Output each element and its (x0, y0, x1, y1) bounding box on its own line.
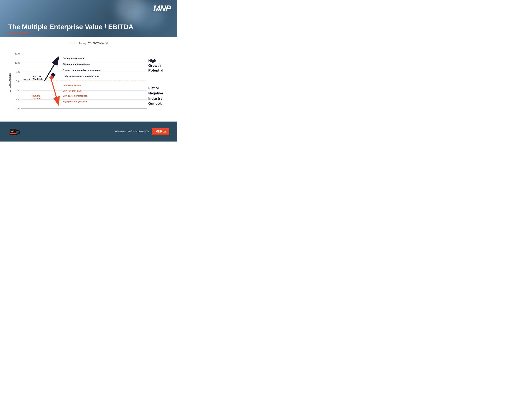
header: MNP The Multiple Enterprise Value / EBIT… (0, 0, 177, 37)
footer-mug-icon: MNP (8, 125, 21, 138)
footer-tagline-text: Wherever business takes you (115, 130, 149, 133)
y-tick-6: 6.0x (16, 80, 20, 82)
page-title: The Multiple Enterprise Value / EBITDA (8, 23, 133, 31)
chart-legend: Average EV / EBITDA Multiple (8, 42, 169, 45)
factors-help-label2: That Help (33, 78, 43, 80)
help-factor-4: Hight asset values = tangible value (63, 75, 99, 77)
legend-label: Average EV / EBITDA Multiple (79, 42, 109, 45)
y-tick-0: 0.0x (16, 108, 20, 110)
factors-hurt-label1: Factors (32, 94, 40, 97)
factors-hurt-label2: That Hurt (31, 97, 42, 100)
right-label-low3: Industry (148, 96, 162, 100)
legend-dash-icon (68, 43, 77, 43)
footer-logo-area: MNP (8, 125, 21, 138)
help-factor-2: Strong brand & reputation (63, 63, 90, 65)
hurt-factor-3: Low customer retention (63, 95, 87, 97)
y-tick-2: 2.0x (16, 98, 20, 101)
main-content: Average EV / EBITDA Multiple EV / EBITDA… (0, 37, 177, 118)
y-tick-4: 4.0x (16, 89, 20, 92)
chart-wrapper: EV / EBITDA Multiples 0.0x 2.0x 4.0x 6. (8, 47, 169, 115)
svg-rect-12 (10, 133, 17, 134)
chart-svg: EV / EBITDA Multiples 0.0x 2.0x 4.0x 6. (8, 47, 169, 115)
mnp-logo: MNP (153, 4, 171, 13)
footer: MNP Wherever business takes you MNP.ca (0, 121, 177, 141)
y-axis-label: EV / EBITDA Multiples (9, 73, 11, 92)
right-label-high2: Growth (148, 64, 161, 67)
y-tick-8: 8.0x (16, 71, 20, 73)
footer-url: MNP.ca (152, 128, 169, 135)
y-tick-10: 10.0x (15, 62, 20, 64)
help-factor-3: Repeat / contractual revenue stream (63, 69, 100, 71)
footer-tagline-area: Wherever business takes you MNP.ca (115, 128, 169, 135)
right-label-high1: High (148, 59, 156, 63)
factors-help-label1: Factors (33, 75, 41, 78)
right-label-low1: Flat or (148, 86, 159, 90)
y-tick-12: 12.0x (15, 53, 20, 55)
avg-label: Avg: 6.1x (23, 78, 33, 80)
hurt-factor-4: High personal goodwill (63, 100, 87, 103)
title-underline (8, 32, 29, 33)
help-factor-1: Strong management (63, 57, 84, 59)
svg-text:MNP: MNP (11, 131, 15, 133)
right-label-low2: Negative (148, 91, 163, 95)
hurt-arrow (51, 78, 59, 105)
hurt-factor-1: Low asset values (63, 84, 81, 86)
hurt-factor-2: Low / volatile sales (63, 90, 83, 92)
right-label-high3: Potential (148, 68, 163, 72)
right-label-low4: Outlook (148, 102, 162, 106)
